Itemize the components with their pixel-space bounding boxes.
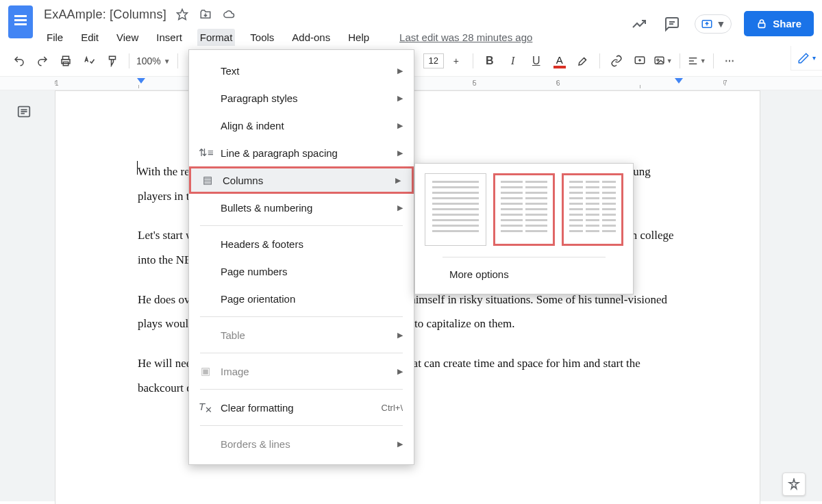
menu-item-page-numbers[interactable]: Page numbers bbox=[189, 257, 414, 285]
divider bbox=[473, 53, 473, 68]
menu-edit[interactable]: Edit bbox=[78, 29, 101, 46]
columns-submenu: More options bbox=[414, 163, 634, 294]
share-label: Share bbox=[773, 18, 801, 29]
submenu-arrow-icon: ▶ bbox=[397, 66, 403, 75]
print-button[interactable] bbox=[56, 51, 75, 71]
divider bbox=[599, 53, 600, 68]
columns-option-3[interactable] bbox=[562, 173, 623, 246]
star-icon[interactable] bbox=[175, 7, 190, 22]
ruler-tick: 1 bbox=[55, 79, 138, 87]
svg-rect-9 bbox=[655, 57, 664, 64]
ruler-tick: 7 bbox=[723, 79, 807, 87]
svg-marker-0 bbox=[177, 10, 187, 20]
text-color-button[interactable]: A bbox=[550, 54, 569, 68]
format-dropdown: Text▶ Paragraph styles▶ Align & indent▶ … bbox=[188, 49, 414, 465]
undo-button[interactable] bbox=[10, 51, 29, 71]
submenu-arrow-icon: ▶ bbox=[397, 94, 403, 103]
comments-icon[interactable] bbox=[662, 14, 682, 34]
submenu-arrow-icon: ▶ bbox=[397, 121, 403, 130]
zoom-value: 100% bbox=[136, 55, 161, 66]
menu-format[interactable]: Format bbox=[197, 29, 236, 46]
align-button[interactable]: ▼ bbox=[687, 51, 706, 71]
columns-icon: ▤ bbox=[201, 174, 214, 186]
menu-help[interactable]: Help bbox=[345, 29, 372, 46]
right-indent-marker[interactable] bbox=[675, 78, 683, 84]
menu-item-page-orientation[interactable]: Page orientation bbox=[189, 285, 414, 312]
insert-link-button[interactable] bbox=[607, 51, 626, 71]
activity-icon[interactable] bbox=[629, 14, 649, 34]
columns-more-options[interactable]: More options bbox=[422, 257, 626, 284]
redo-button[interactable] bbox=[33, 51, 52, 71]
font-size-input[interactable]: 12 bbox=[423, 53, 444, 68]
ruler-tick: 6 bbox=[556, 79, 640, 87]
share-button[interactable]: Share bbox=[744, 11, 814, 36]
docs-logo-icon[interactable] bbox=[8, 5, 33, 38]
menu-item-bullets-numbering[interactable]: Bullets & numbering▶ bbox=[189, 194, 414, 221]
outline-toggle-icon[interactable] bbox=[16, 104, 37, 125]
increase-font-button[interactable]: + bbox=[447, 51, 466, 71]
svg-marker-18 bbox=[789, 479, 799, 489]
ruler-tick: 5 bbox=[473, 79, 556, 87]
insert-comment-button[interactable] bbox=[630, 51, 649, 71]
shortcut-label: Ctrl+\ bbox=[382, 403, 403, 413]
menu-item-align-indent[interactable]: Align & indent▶ bbox=[189, 112, 414, 139]
bold-button[interactable]: B bbox=[480, 51, 499, 71]
header: ExAAmple: [Columns] File Edit View Inser… bbox=[0, 0, 822, 46]
insert-image-button[interactable]: ▼ bbox=[653, 51, 673, 71]
italic-button[interactable]: I bbox=[503, 51, 523, 71]
svg-rect-4 bbox=[759, 23, 765, 27]
menu-file[interactable]: File bbox=[44, 29, 66, 46]
menu-separator bbox=[200, 389, 403, 390]
submenu-arrow-icon: ▶ bbox=[397, 149, 403, 158]
header-actions: ▼ Share bbox=[629, 5, 814, 36]
menu-item-line-spacing[interactable]: ⇅≡Line & paragraph spacing▶ bbox=[189, 139, 414, 166]
menu-separator bbox=[200, 425, 403, 426]
move-icon[interactable] bbox=[198, 7, 213, 22]
submenu-arrow-icon: ▶ bbox=[397, 440, 403, 449]
menu-item-columns[interactable]: ▤Columns▶ bbox=[189, 166, 414, 194]
menu-item-headers-footers[interactable]: Headers & footers bbox=[189, 230, 414, 257]
menu-separator bbox=[200, 316, 403, 317]
svg-point-10 bbox=[657, 59, 659, 61]
submenu-arrow-icon: ▶ bbox=[397, 367, 403, 376]
editing-mode-button[interactable] bbox=[790, 46, 822, 71]
divider bbox=[713, 53, 714, 68]
explore-button[interactable] bbox=[782, 473, 806, 496]
columns-option-2[interactable] bbox=[493, 173, 555, 246]
image-icon: ▣ bbox=[199, 365, 212, 377]
title-area: ExAAmple: [Columns] File Edit View Inser… bbox=[44, 5, 629, 46]
menu-separator bbox=[200, 225, 403, 226]
menu-item-text[interactable]: Text▶ bbox=[189, 57, 414, 84]
more-tools-button[interactable]: ⋯ bbox=[721, 51, 740, 71]
zoom-dropdown[interactable]: 100%▼ bbox=[136, 55, 171, 66]
menu-item-clear-formatting[interactable]: T✕Clear formattingCtrl+\ bbox=[189, 394, 414, 421]
divider bbox=[680, 53, 680, 68]
spellcheck-button[interactable] bbox=[79, 51, 99, 71]
menu-tools[interactable]: Tools bbox=[247, 29, 277, 46]
document-title[interactable]: ExAAmple: [Columns] bbox=[44, 8, 166, 22]
menu-item-paragraph-styles[interactable]: Paragraph styles▶ bbox=[189, 84, 414, 112]
present-button[interactable]: ▼ bbox=[695, 14, 732, 34]
menu-separator bbox=[200, 353, 403, 353]
cloud-status-icon[interactable] bbox=[221, 7, 236, 22]
menu-view[interactable]: View bbox=[114, 29, 141, 46]
menu-addons[interactable]: Add-ons bbox=[289, 29, 333, 46]
submenu-arrow-icon: ▶ bbox=[397, 203, 403, 212]
menu-insert[interactable]: Insert bbox=[153, 29, 185, 46]
paint-format-button[interactable] bbox=[103, 51, 122, 71]
last-edit-link[interactable]: Last edit was 28 minutes ago bbox=[397, 29, 535, 46]
menu-item-borders-lines[interactable]: Borders & lines▶ bbox=[189, 430, 414, 457]
divider bbox=[129, 53, 129, 68]
line-spacing-icon: ⇅≡ bbox=[199, 147, 212, 159]
menu-item-image[interactable]: ▣Image▶ bbox=[189, 357, 414, 385]
submenu-arrow-icon: ▶ bbox=[397, 331, 403, 340]
highlight-button[interactable] bbox=[573, 51, 593, 71]
clear-format-icon: T✕ bbox=[199, 401, 212, 415]
underline-button[interactable]: U bbox=[527, 51, 546, 71]
menubar: File Edit View Insert Format Tools Add-o… bbox=[44, 23, 629, 46]
divider bbox=[177, 53, 178, 68]
menu-item-table[interactable]: Table▶ bbox=[189, 321, 414, 349]
columns-option-1[interactable] bbox=[425, 173, 486, 246]
submenu-arrow-icon: ▶ bbox=[395, 176, 401, 185]
